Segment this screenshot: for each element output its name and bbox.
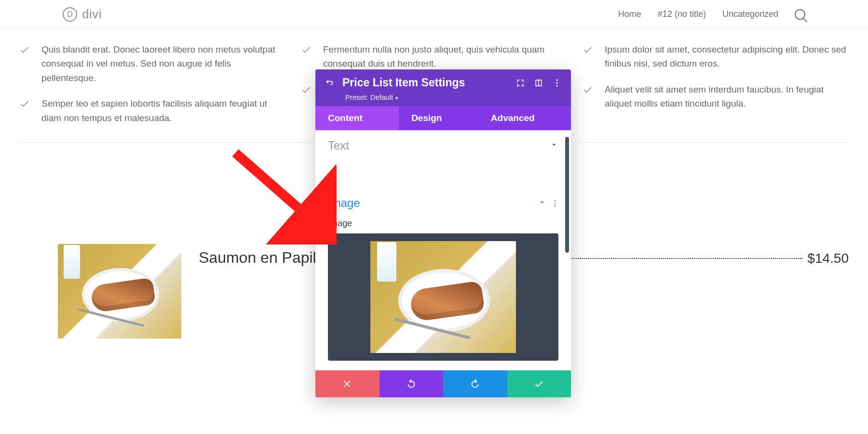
top-navigation: D divi Home #12 (no title) Uncategorized bbox=[0, 0, 868, 29]
check-icon bbox=[583, 84, 594, 111]
nav-home[interactable]: Home bbox=[618, 9, 641, 19]
svg-line-3 bbox=[235, 153, 312, 220]
check-icon bbox=[19, 44, 31, 85]
check-icon bbox=[583, 44, 594, 71]
divi-logo-icon: D bbox=[63, 7, 77, 22]
check-icon bbox=[301, 84, 312, 125]
dish-thumbnail bbox=[58, 244, 181, 339]
chevron-up-icon bbox=[538, 198, 546, 208]
accordion-label: Text bbox=[328, 139, 545, 152]
fullscreen-icon[interactable] bbox=[515, 78, 526, 88]
snap-panel-icon[interactable] bbox=[533, 78, 544, 88]
search-icon[interactable] bbox=[795, 9, 805, 20]
accordion-text[interactable]: Text bbox=[315, 130, 571, 161]
site-brand[interactable]: D divi bbox=[63, 7, 102, 22]
list-item: Aliquet velit sit amet sem interdum fauc… bbox=[583, 82, 849, 111]
check-icon bbox=[19, 98, 31, 125]
bullet-text: Fermentum nulla non justo aliquet, quis … bbox=[323, 42, 567, 71]
tab-content[interactable]: Content bbox=[315, 106, 399, 130]
bullet-text: Quis blandit erat. Donec laoreet libero … bbox=[41, 42, 285, 85]
bullet-text: Ipsum dolor sit amet, consectetur adipis… bbox=[605, 42, 849, 71]
svg-point-1 bbox=[556, 82, 557, 83]
scrollbar-thumb[interactable] bbox=[565, 137, 569, 253]
dish-price: $14.50 bbox=[807, 251, 849, 266]
modal-body: Text Image ⋮ Image bbox=[315, 130, 571, 361]
nav-notitle[interactable]: #12 (no title) bbox=[658, 9, 706, 19]
brand-name: divi bbox=[82, 7, 102, 22]
nav-uncategorized[interactable]: Uncategorized bbox=[722, 9, 778, 19]
primary-nav: Home #12 (no title) Uncategorized bbox=[618, 9, 805, 20]
list-item: Semper leo et sapien lobortis facilisis … bbox=[19, 96, 285, 125]
chevron-down-icon bbox=[550, 140, 558, 151]
list-item: Ipsum dolor sit amet, consectetur adipis… bbox=[583, 42, 849, 71]
modal-tabs: Content Design Advanced bbox=[315, 106, 571, 130]
check-icon bbox=[301, 44, 312, 71]
bullet-text: Semper leo et sapien lobortis facilisis … bbox=[41, 96, 285, 125]
accordion-label: Image bbox=[328, 196, 533, 210]
list-item: Fermentum nulla non justo aliquet, quis … bbox=[301, 42, 567, 71]
modal-footer bbox=[315, 370, 571, 397]
redo-button[interactable] bbox=[443, 370, 507, 397]
undo-button[interactable] bbox=[380, 370, 444, 397]
cancel-button[interactable] bbox=[315, 370, 380, 397]
dish-title: Saumon en Papil bbox=[199, 249, 316, 267]
price-list-item-settings-modal: Price List Item Settings Preset: Default… bbox=[315, 69, 571, 397]
modal-header: Price List Item Settings Preset: Default… bbox=[315, 69, 571, 106]
tab-advanced[interactable]: Advanced bbox=[478, 106, 571, 130]
section-options-icon[interactable]: ⋮ bbox=[551, 199, 558, 208]
tab-design[interactable]: Design bbox=[399, 106, 478, 130]
list-item: Quis blandit erat. Donec laoreet libero … bbox=[19, 42, 285, 85]
svg-point-2 bbox=[556, 85, 557, 86]
svg-point-0 bbox=[556, 79, 557, 81]
image-field-label: Image bbox=[315, 218, 571, 233]
kebab-menu-icon[interactable] bbox=[552, 78, 562, 88]
accordion-image[interactable]: Image ⋮ bbox=[315, 188, 571, 218]
preset-selector[interactable]: Preset: Default ▾ bbox=[324, 93, 562, 101]
image-upload-preview[interactable] bbox=[328, 233, 558, 361]
modal-title: Price List Item Settings bbox=[342, 76, 507, 89]
bullet-text: Aliquet velit sit amet sem interdum fauc… bbox=[605, 82, 849, 111]
confirm-button[interactable] bbox=[507, 370, 571, 397]
back-icon[interactable] bbox=[324, 78, 335, 88]
